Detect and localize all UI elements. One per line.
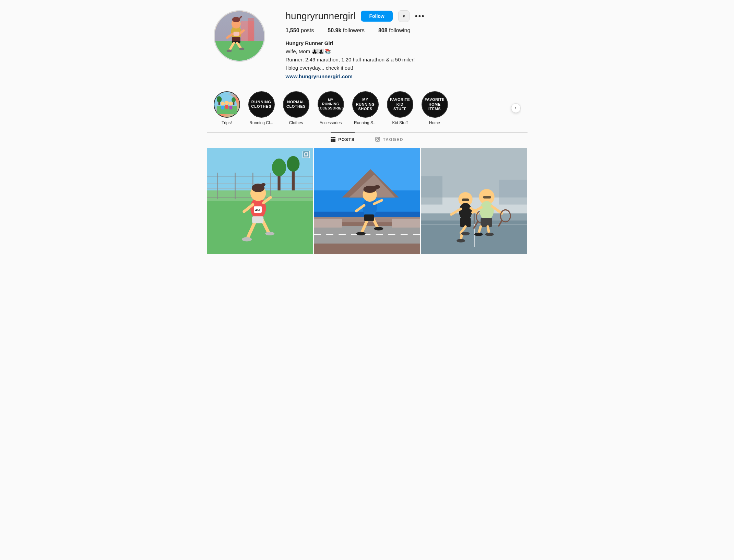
svg-point-120 — [485, 232, 494, 236]
highlight-circle-trips — [214, 91, 240, 118]
svg-rect-30 — [334, 137, 335, 138]
bio-website[interactable]: www.hungryrunnergirl.com — [286, 73, 353, 79]
highlights-section: Trips! RUNNINGCLOTHES Running Cl... NORM… — [207, 88, 528, 132]
stats-row: 1,550 posts 50.9k followers 808 followin… — [286, 27, 521, 34]
tab-posts[interactable]: POSTS — [331, 132, 355, 147]
dropdown-button[interactable]: ▾ — [398, 10, 410, 22]
svg-point-6 — [232, 17, 240, 22]
highlight-label-home: Home — [429, 120, 440, 125]
svg-point-50 — [272, 159, 286, 176]
svg-rect-112 — [481, 218, 492, 227]
highlight-running-clothes[interactable]: RUNNINGCLOTHES Running Cl... — [248, 91, 275, 125]
svg-rect-34 — [331, 140, 332, 142]
svg-rect-15 — [233, 32, 238, 36]
highlight-clothes[interactable]: NORMALCLOTHES Clothes — [283, 91, 309, 125]
username: hungryrunnergirl — [286, 11, 356, 22]
svg-rect-121 — [462, 198, 469, 201]
highlights-scroll: Trips! RUNNINGCLOTHES Running Cl... NORM… — [214, 91, 521, 125]
profile-info: hungryrunnergirl Follow ▾ ••• 1,550 post… — [286, 10, 521, 81]
svg-point-13 — [226, 49, 232, 52]
svg-line-9 — [227, 34, 233, 38]
svg-point-108 — [457, 239, 465, 242]
svg-rect-62 — [252, 216, 263, 223]
bio-section: Hungry Runner Girl Wife, Mom 👩‍👧‍👧👩‍👧‍👦📚… — [286, 39, 521, 81]
post-1-image: 451 — [207, 148, 313, 254]
svg-rect-28 — [331, 137, 332, 138]
svg-point-109 — [461, 232, 470, 235]
svg-rect-77 — [314, 219, 342, 228]
svg-line-118 — [488, 226, 489, 234]
svg-point-4 — [231, 25, 241, 40]
svg-point-82 — [374, 227, 383, 230]
svg-text:451: 451 — [255, 208, 260, 211]
svg-rect-93 — [499, 179, 528, 204]
post-2[interactable] — [314, 148, 420, 254]
username-row: hungryrunnergirl Follow ▾ ••• — [286, 10, 521, 22]
svg-point-18 — [221, 102, 225, 106]
post-2-image — [314, 148, 420, 254]
highlight-home[interactable]: FAVORITEHOMEITEMS Home — [422, 91, 448, 125]
svg-rect-29 — [332, 137, 334, 138]
svg-rect-78 — [392, 219, 420, 228]
highlight-label-kid-stuff: Kid Stuff — [392, 120, 407, 125]
follow-button[interactable]: Follow — [361, 11, 392, 22]
highlight-label-trips: Trips! — [222, 120, 232, 125]
svg-rect-3 — [248, 18, 254, 41]
posts-stat[interactable]: 1,550 posts — [286, 27, 314, 34]
svg-rect-32 — [332, 139, 334, 140]
highlight-label-clothes: Clothes — [289, 120, 303, 125]
highlight-label-accessories: Accessories — [320, 120, 342, 125]
svg-rect-31 — [331, 139, 332, 140]
multi-photo-icon — [304, 152, 308, 156]
svg-rect-19 — [221, 105, 224, 109]
post-3-image — [421, 148, 528, 254]
svg-rect-92 — [421, 176, 442, 205]
posts-grid: 451 — [207, 147, 528, 255]
svg-point-52 — [287, 156, 299, 171]
scroll-right-button[interactable]: › — [511, 103, 521, 113]
post-1[interactable]: 451 — [207, 148, 313, 254]
svg-point-55 — [242, 237, 252, 241]
svg-point-56 — [265, 232, 274, 235]
svg-point-27 — [232, 97, 236, 102]
svg-rect-1 — [215, 41, 264, 61]
highlight-label-running-clothes: Running Cl... — [249, 120, 273, 125]
svg-point-81 — [356, 232, 366, 235]
highlight-accessories[interactable]: MYRUNNINGACCESSORIES Accessories — [318, 91, 344, 125]
bio-line-3: I blog everyday... check it out! — [286, 64, 521, 72]
more-options-button[interactable]: ••• — [415, 12, 425, 21]
highlight-kid-stuff[interactable]: FAVORITEKIDSTUFF Kid Stuff — [387, 91, 413, 125]
highlight-circle-kid-stuff: FAVORITEKIDSTUFF — [387, 91, 413, 118]
highlight-running-shoes[interactable]: MYRUNNINGSHOES Running S... — [352, 91, 379, 125]
svg-rect-33 — [334, 139, 335, 140]
svg-point-111 — [480, 201, 494, 220]
highlight-circle-clothes: NORMALCLOTHES — [283, 91, 309, 118]
highlight-circle-running-shoes: MYRUNNINGSHOES — [352, 91, 379, 118]
post-3[interactable] — [421, 148, 528, 254]
following-stat[interactable]: 808 following — [378, 27, 410, 34]
svg-point-5 — [231, 19, 240, 28]
bio-line-1: Wife, Mom 👩‍👧‍👧👩‍👧‍👦📚 — [286, 47, 521, 56]
profile-avatar[interactable] — [214, 10, 265, 62]
svg-line-10 — [239, 31, 244, 34]
tag-icon — [375, 137, 380, 143]
svg-rect-2 — [241, 21, 254, 41]
highlight-trips[interactable]: Trips! — [214, 91, 240, 125]
tab-tagged-label: TAGGED — [383, 137, 403, 142]
svg-point-22 — [229, 102, 233, 106]
followers-stat[interactable]: 50.9k followers — [328, 27, 365, 34]
display-name: Hungry Runner Girl — [286, 39, 521, 47]
svg-rect-23 — [229, 105, 232, 109]
tab-tagged[interactable]: TAGGED — [375, 132, 403, 147]
grid-icon — [331, 137, 335, 143]
bio-line-2: Runner: 2:49 marathon, 1:20 half-maratho… — [286, 56, 521, 64]
post-1-multi-icon — [303, 151, 310, 158]
svg-point-119 — [474, 232, 483, 236]
tabs-section: POSTS TAGGED — [207, 132, 528, 147]
highlight-label-running-shoes: Running S... — [354, 120, 377, 125]
svg-rect-36 — [334, 140, 335, 142]
profile-section: hungryrunnergirl Follow ▾ ••• 1,550 post… — [207, 0, 528, 88]
svg-point-14 — [239, 48, 244, 50]
svg-point-100 — [459, 203, 472, 221]
svg-rect-89 — [364, 214, 374, 221]
